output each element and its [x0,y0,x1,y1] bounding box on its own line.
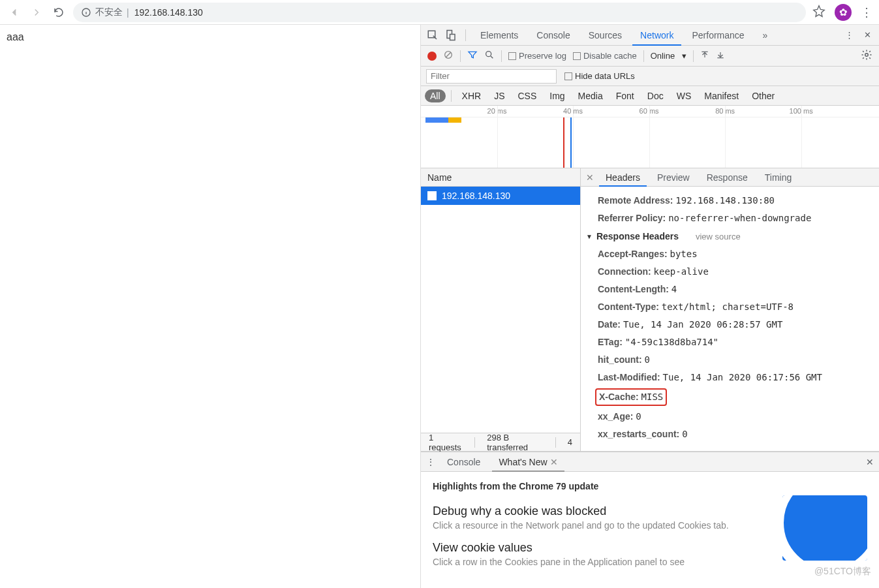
forward-button[interactable] [29,5,44,20]
reload-button[interactable] [51,5,67,20]
address-bar[interactable]: 不安全 | 192.168.148.130 [73,3,806,22]
tab-console[interactable]: Console [529,25,578,25]
insecure-label: 不安全 [95,7,123,18]
browser-toolbar: 不安全 | 192.168.148.130 ✿ ⋮ [0,0,879,25]
tab-elements[interactable]: Elements [472,25,526,25]
tab-network[interactable]: Network [632,25,681,25]
tabs-overflow[interactable]: » [755,25,776,25]
chrome-menu-icon[interactable]: ⋮ [861,5,872,20]
info-icon [81,7,91,18]
url-text: 192.168.148.130 [134,7,203,18]
tab-performance[interactable]: Performance [684,25,752,25]
profile-avatar[interactable]: ✿ [835,4,852,21]
bookmark-star-icon[interactable] [812,5,825,20]
back-button[interactable] [7,5,22,20]
tab-sources[interactable]: Sources [581,25,630,25]
